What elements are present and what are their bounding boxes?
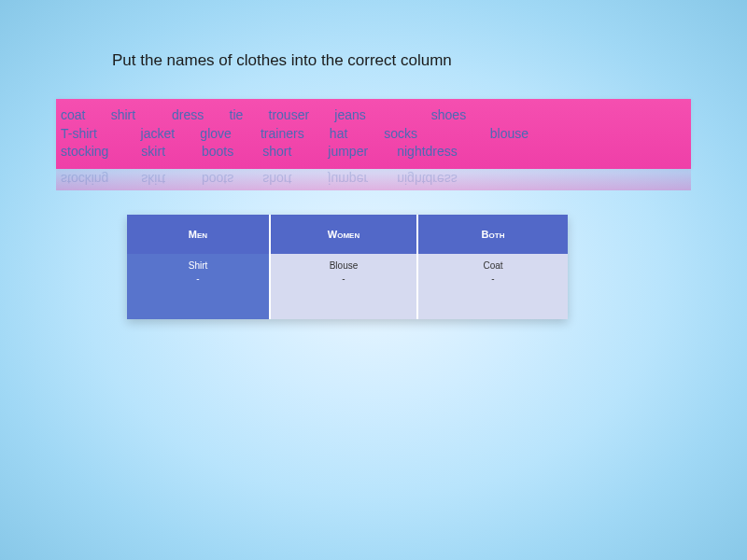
table-row: Shirt - Blouse - Coat - [127,254,568,319]
cell-men-item: Shirt [127,259,269,273]
sort-table: Men Women Both Shirt - Blouse - Coat - [127,215,568,319]
word-bank-line-2: T-shirt jacket glove trainers hat socks … [61,125,686,144]
header-both: Both [417,215,568,254]
word-bank: coat shirt dress tie trouser jeans shoes… [56,99,691,169]
cell-both-item: - [418,273,568,286]
cell-both-item: Coat [418,259,568,273]
word-bank-line-1: coat shirt dress tie trouser jeans shoes [61,106,686,125]
cell-men-item: - [127,273,269,286]
header-women: Women [270,215,417,254]
word-bank-reflection: stocking skirt boots short jumper nightd… [56,161,691,190]
cell-both: Coat - [417,254,568,319]
cell-men: Shirt - [127,254,270,319]
table-header-row: Men Women Both [127,215,568,254]
cell-women: Blouse - [270,254,417,319]
header-men: Men [127,215,270,254]
slide-title: Put the names of clothes into the correc… [112,51,452,70]
cell-women-item: Blouse [271,259,416,273]
word-bank-line-3: stocking skirt boots short jumper nightd… [61,143,686,161]
cell-women-item: - [271,273,416,286]
